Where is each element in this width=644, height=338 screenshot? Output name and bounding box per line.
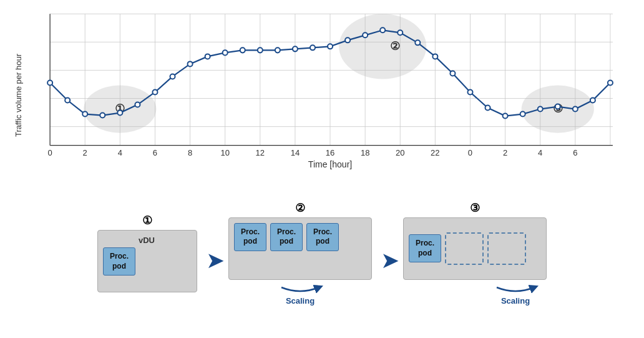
svg-point-38 <box>293 46 298 51</box>
svg-point-24 <box>47 80 52 85</box>
svg-point-26 <box>82 112 87 117</box>
svg-point-34 <box>223 50 228 55</box>
svg-point-46 <box>432 54 437 59</box>
section-3-proc-pod: Proc.pod <box>409 234 441 262</box>
section-1-proc-pod: Proc.pod <box>103 247 135 276</box>
section-2-scaling-arrow-svg <box>275 282 325 296</box>
svg-point-41 <box>345 37 350 42</box>
svg-point-43 <box>380 27 385 32</box>
chart-svg: Traffic volume per hour <box>12 6 632 175</box>
svg-point-55 <box>590 98 595 103</box>
svg-point-42 <box>363 32 368 37</box>
section-2-num: ② <box>295 201 305 215</box>
svg-text:0: 0 <box>47 148 52 157</box>
svg-text:22: 22 <box>431 148 439 157</box>
x-axis-label: Time [hour] <box>308 159 352 169</box>
svg-text:8: 8 <box>188 148 192 157</box>
svg-point-50 <box>503 114 508 119</box>
section-3-dashed-pods <box>445 232 540 265</box>
svg-text:14: 14 <box>291 148 300 157</box>
svg-point-40 <box>328 44 333 49</box>
svg-point-28 <box>117 111 122 116</box>
svg-text:6: 6 <box>573 148 577 157</box>
svg-point-56 <box>608 80 613 85</box>
main-container: Traffic volume per hour <box>0 0 644 338</box>
section-3-scaling-arrow-svg <box>490 282 540 296</box>
section-1-vdu-label: vDU <box>139 236 155 245</box>
diagram-section-1: ① vDU Proc.pod <box>97 214 197 292</box>
svg-text:18: 18 <box>361 148 369 157</box>
y-axis-label: Traffic volume per hour <box>14 53 23 137</box>
chart-area: Traffic volume per hour <box>12 6 632 175</box>
annotation-circle-2 <box>339 14 426 79</box>
section-3-num: ③ <box>470 201 480 215</box>
svg-point-35 <box>240 47 245 52</box>
arrow-1: ➤ <box>206 249 225 272</box>
svg-text:4: 4 <box>118 148 122 157</box>
section-1-num: ① <box>142 214 152 227</box>
svg-point-37 <box>275 47 280 52</box>
section-3-scaling-area: Scaling <box>490 282 540 306</box>
svg-point-51 <box>520 112 525 117</box>
section-2-scaling-area: Scaling <box>275 282 325 306</box>
svg-point-54 <box>573 107 578 112</box>
svg-point-25 <box>65 98 70 103</box>
svg-point-31 <box>170 74 175 79</box>
svg-point-29 <box>135 102 140 107</box>
arrow-2: ➤ <box>381 249 399 272</box>
section-1-vdu-box: vDU Proc.pod <box>97 230 197 292</box>
section-2-proc-pod-1: Proc.pod <box>234 223 266 251</box>
section-3-scaling-label: Scaling <box>501 296 530 306</box>
svg-point-48 <box>467 89 472 94</box>
x-axis-labels: 0 2 4 6 8 10 12 14 16 18 20 22 0 2 4 6 <box>47 148 577 157</box>
section-2-proc-pod-3: Proc.pod <box>306 223 339 251</box>
svg-text:12: 12 <box>256 148 265 157</box>
section-2-scaling-label: Scaling <box>286 296 315 306</box>
svg-text:16: 16 <box>326 148 334 157</box>
section-2-pods-row: Proc.pod Proc.pod Proc.pod <box>234 223 339 251</box>
diagram-section-2: ② Proc.pod Proc.pod Proc.pod <box>228 201 372 306</box>
diagram-area: ① vDU Proc.pod ➤ ② Proc.pod Proc.pod Pro… <box>12 175 632 325</box>
svg-point-27 <box>100 113 105 118</box>
svg-point-47 <box>450 71 455 76</box>
svg-text:20: 20 <box>396 148 404 157</box>
svg-text:6: 6 <box>153 148 157 157</box>
diagram-section-3: ③ Proc.pod Scal <box>403 201 547 306</box>
svg-point-39 <box>310 45 315 50</box>
svg-point-32 <box>188 61 193 66</box>
svg-point-49 <box>485 106 490 111</box>
svg-text:2: 2 <box>83 148 87 157</box>
section-2-vdu-box: Proc.pod Proc.pod Proc.pod <box>228 217 372 280</box>
section-2-proc-pod-2: Proc.pod <box>270 223 303 251</box>
svg-point-53 <box>555 104 560 109</box>
svg-text:4: 4 <box>538 148 542 157</box>
svg-point-44 <box>398 30 402 35</box>
svg-text:10: 10 <box>220 148 229 157</box>
svg-point-45 <box>415 40 420 45</box>
section-3-vdu-box: Proc.pod <box>403 217 547 280</box>
annotation-label-2: ② <box>390 40 400 52</box>
svg-point-30 <box>152 89 157 94</box>
svg-text:0: 0 <box>468 148 472 157</box>
svg-point-33 <box>205 54 210 59</box>
svg-point-52 <box>538 107 543 112</box>
svg-point-36 <box>258 47 263 52</box>
svg-text:2: 2 <box>503 148 507 157</box>
